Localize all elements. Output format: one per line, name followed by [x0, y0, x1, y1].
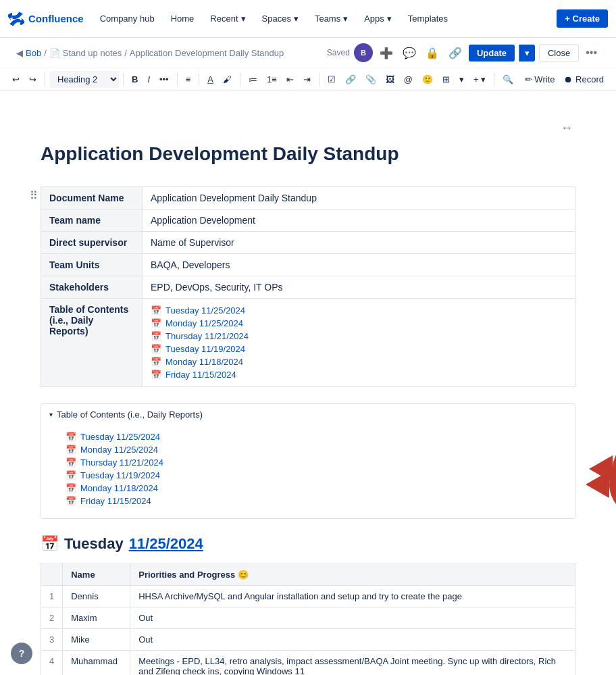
table-header-row: Name Priorities and Progress 😊 [41, 564, 575, 586]
toolbar-sep6 [319, 73, 319, 86]
nav-templates[interactable]: Templates [403, 11, 453, 26]
redo-button[interactable]: ↪ [25, 72, 41, 87]
toc-link-item: 📅Friday 11/15/2024 [66, 495, 567, 507]
text-color-button[interactable]: A [203, 72, 217, 87]
align-button[interactable]: ≡ [182, 72, 195, 87]
row-name: Muhammad [63, 651, 130, 676]
help-button[interactable]: ? [11, 643, 32, 664]
action-button[interactable]: ☑ [324, 72, 340, 87]
heading-select[interactable]: Heading 2 Heading 1 Heading 3 Normal tex… [49, 71, 119, 88]
expand-width-button[interactable]: ↔ [558, 118, 575, 138]
table-row: Team Units BAQA, Developers [41, 254, 575, 276]
row-progress: HHSA Archive/MySQL and Angular installat… [130, 586, 575, 607]
add-user-button[interactable]: ➕ [377, 44, 396, 62]
nav-recent[interactable]: Recent ▾ [205, 11, 251, 26]
notes-icon: 📄 [49, 48, 60, 58]
emoji-button[interactable]: 🙂 [418, 72, 437, 87]
toc-expand-link[interactable]: Tuesday 11/25/2024 [80, 432, 160, 442]
toc-expand-link[interactable]: Monday 11/18/2024 [80, 483, 158, 493]
toc-link[interactable]: Thursday 11/21/2024 [165, 331, 249, 341]
link-insert-button[interactable]: 🔗 [341, 72, 360, 87]
bullet-list-button[interactable]: ≔ [245, 72, 261, 87]
breadcrumb-standups[interactable]: 📄 Stand up notes [49, 48, 122, 58]
breadcrumb-sep2: / [124, 48, 127, 58]
nav-company-hub[interactable]: Company hub [95, 11, 160, 26]
comment-button[interactable]: 💬 [400, 44, 419, 62]
numbered-list-button[interactable]: 1≡ [263, 72, 281, 87]
table-options-button[interactable]: ▾ [455, 72, 468, 87]
more-text-button[interactable]: ••• [155, 72, 173, 87]
page-title[interactable]: Application Development Daily Standup [41, 143, 575, 165]
toolbar-sep2 [123, 73, 124, 86]
label-team-units: Team Units [41, 254, 143, 276]
calendar-icon: 📅 [41, 535, 59, 553]
indent-button[interactable]: ⇥ [299, 72, 315, 87]
table-button[interactable]: ⊞ [438, 72, 454, 87]
toc-link[interactable]: Monday 11/25/2024 [165, 318, 243, 328]
calendar-icon: 📅 [66, 496, 76, 506]
calendar-icon: 📅 [151, 370, 161, 380]
file-insert-button[interactable]: 📎 [361, 72, 380, 87]
label-toc: Table of Contents (i.e., Daily Reports) [41, 299, 143, 387]
row-progress: Meetings - EPD, LL34, retro analysis, im… [130, 651, 575, 676]
calendar-icon: 📅 [66, 432, 76, 442]
toc-expand-link[interactable]: Friday 11/15/2024 [80, 496, 151, 506]
table-row: Document Name Application Development Da… [41, 187, 575, 209]
bold-button[interactable]: B [128, 72, 142, 87]
data-table: Name Priorities and Progress 😊 1 Dennis … [41, 564, 575, 675]
label-stakeholders: Stakeholders [41, 276, 143, 299]
toolbar-sep5 [240, 73, 240, 86]
confluence-logo[interactable]: Confluence [8, 11, 84, 27]
close-button[interactable]: Close [539, 44, 579, 62]
toc-link-item: 📅Tuesday 11/25/2024 [151, 304, 567, 317]
outdent-button[interactable]: ⇤ [282, 72, 298, 87]
toc-expand-content: 📅Tuesday 11/25/2024 📅Monday 11/25/2024 📅… [49, 425, 567, 513]
restrict-button[interactable]: 🔒 [423, 44, 442, 62]
editor-area: ↔ Application Development Daily Standup … [0, 91, 616, 675]
breadcrumb-bar: ◀ Bob / 📄 Stand up notes / Application D… [0, 38, 616, 68]
calendar-icon: 📅 [151, 331, 161, 341]
toc-link-item: 📅Monday 11/25/2024 [151, 317, 567, 330]
chevron-down-icon: ▾ [49, 411, 53, 418]
breadcrumb-page: Application Development Daily Standup [130, 48, 284, 58]
table-row: 3 Mike Out [41, 629, 575, 651]
highlight-button[interactable]: 🖌 [219, 72, 236, 87]
nav-spaces[interactable]: Spaces ▾ [257, 11, 304, 26]
toc-expand-link[interactable]: Thursday 11/21/2024 [80, 457, 163, 468]
section-heading-date[interactable]: 11/25/2024 [129, 535, 203, 553]
toc-link[interactable]: Friday 11/15/2024 [165, 370, 236, 380]
link-button[interactable]: 🔗 [446, 44, 465, 62]
toc-link[interactable]: Monday 11/18/2024 [165, 357, 243, 367]
insert-button[interactable]: + ▾ [469, 72, 490, 87]
italic-button[interactable]: I [143, 72, 154, 87]
section-heading-prefix: Tuesday [64, 535, 124, 553]
avatar[interactable]: B [354, 43, 373, 62]
nav-apps[interactable]: Apps ▾ [359, 11, 397, 26]
breadcrumb-bob[interactable]: Bob [26, 48, 41, 58]
toc-expand-toggle[interactable]: ▾ Table of Contents (i.e., Daily Reports… [49, 409, 567, 420]
toc-expand-link[interactable]: Tuesday 11/19/2024 [80, 470, 160, 480]
toc-expand-link[interactable]: Monday 11/25/2024 [80, 445, 158, 455]
callout2-bubble: Option 2 - TOC outside of table with Exp… [609, 444, 616, 525]
value-document-name: Application Development Daily Standup [143, 187, 575, 209]
record-button[interactable]: ⏺ Record [560, 72, 608, 87]
table-row: 2 Maxim Out [41, 607, 575, 629]
breadcrumb-toggle[interactable]: ◀ [16, 48, 23, 58]
update-caret[interactable]: ▾ [519, 45, 535, 61]
toc-link[interactable]: Tuesday 11/19/2024 [165, 344, 245, 354]
image-button[interactable]: 🖼 [382, 72, 399, 87]
nav-teams[interactable]: Teams ▾ [309, 11, 353, 26]
toc-expand-label: Table of Contents (i.e., Daily Reports) [57, 409, 203, 420]
nav-home[interactable]: Home [165, 11, 200, 26]
update-button[interactable]: Update [469, 45, 515, 61]
more-options-button[interactable]: ••• [583, 44, 600, 61]
toc-expand-region: ▾ Table of Contents (i.e., Daily Reports… [41, 403, 575, 519]
write-button[interactable]: ✏ Write [521, 72, 559, 87]
callout2-region: Option 2 - TOC outside of table with Exp… [586, 444, 616, 525]
mention-button[interactable]: @ [400, 72, 417, 87]
undo-button[interactable]: ↩ [8, 72, 24, 87]
toc-link[interactable]: Tuesday 11/25/2024 [165, 305, 245, 316]
search-button[interactable]: 🔍 [498, 72, 517, 87]
drag-handle[interactable]: ⠿ [30, 189, 38, 202]
create-button[interactable]: + Create [557, 9, 608, 28]
